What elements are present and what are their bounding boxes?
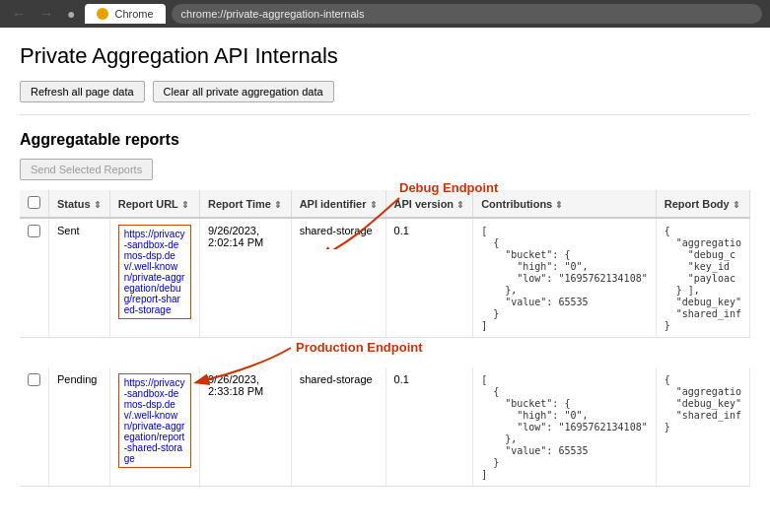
row1-checkbox-cell — [20, 218, 49, 338]
row2-checkbox-cell — [20, 367, 49, 487]
row2-status: Pending — [49, 367, 110, 487]
header-contributions: Contributions ⇕ — [473, 190, 657, 218]
send-selected-button[interactable]: Send Selected Reports — [20, 159, 153, 180]
header-report-body: Report Body ⇕ — [656, 190, 749, 218]
toolbar: Refresh all page data Clear all private … — [20, 81, 750, 115]
select-all-checkbox[interactable] — [28, 196, 40, 209]
favicon-icon — [97, 8, 108, 20]
row2-contributions: [ { "bucket": { "high": "0", "low": "169… — [473, 367, 657, 487]
row2-api-version: 0.1 — [385, 367, 473, 487]
row2-checkbox[interactable] — [28, 373, 40, 386]
row1-checkbox[interactable] — [28, 225, 40, 237]
page-content: Private Aggregation API Internals Refres… — [0, 28, 770, 502]
page-title: Private Aggregation API Internals — [20, 43, 750, 69]
refresh-button[interactable]: Refresh all page data — [20, 81, 145, 102]
row1-status: Sent — [49, 218, 110, 338]
table-row: Pending https://privacy-sandbox-demos-ds… — [20, 367, 750, 487]
back-button[interactable]: ← — [8, 4, 30, 24]
table-wrapper: Debug Endpoint Status ⇕ — [20, 190, 750, 487]
row1-url-cell: https://privacy-sandbox-demos-dsp.dev/.w… — [109, 218, 199, 338]
row1-report-body: { "aggregatio "debug_c "key_id "payloac … — [656, 218, 749, 338]
sort-arrow-api-version[interactable]: ⇕ — [456, 200, 464, 210]
reload-button[interactable]: ● — [63, 4, 79, 24]
debug-endpoint-arrow — [276, 190, 414, 249]
header-url: Report URL ⇕ — [109, 190, 199, 218]
browser-chrome: ← → ● Chrome chrome://private-aggregatio… — [0, 0, 770, 28]
sort-arrow-status[interactable]: ⇕ — [94, 200, 102, 210]
forward-button[interactable]: → — [35, 4, 57, 24]
debug-endpoint-label: Debug Endpoint — [399, 180, 498, 195]
production-endpoint-arrow — [148, 338, 306, 387]
sort-arrow-url[interactable]: ⇕ — [181, 200, 189, 210]
section-title: Aggregatable reports — [20, 131, 750, 149]
tab-label: Chrome — [114, 8, 153, 20]
row2-report-body: { "aggregatio "debug_key" "shared_inf } — [656, 367, 749, 487]
browser-tab[interactable]: Chrome — [85, 4, 165, 24]
row1-url[interactable]: https://privacy-sandbox-demos-dsp.dev/.w… — [118, 225, 191, 319]
row1-contributions: [ { "bucket": { "high": "0", "low": "169… — [473, 218, 657, 338]
sort-arrow-report-body[interactable]: ⇕ — [733, 200, 740, 210]
sort-arrow-contributions[interactable]: ⇕ — [555, 200, 563, 210]
clear-button[interactable]: Clear all private aggregation data — [153, 81, 334, 102]
url-text: chrome://private-aggregation-internals — [181, 8, 365, 20]
address-bar[interactable]: chrome://private-aggregation-internals — [172, 4, 762, 24]
header-status: Status ⇕ — [49, 190, 110, 218]
annotation-spacer-row: Production Endpoint — [20, 338, 750, 367]
header-checkbox — [20, 190, 49, 218]
production-endpoint-label: Production Endpoint — [296, 340, 423, 355]
